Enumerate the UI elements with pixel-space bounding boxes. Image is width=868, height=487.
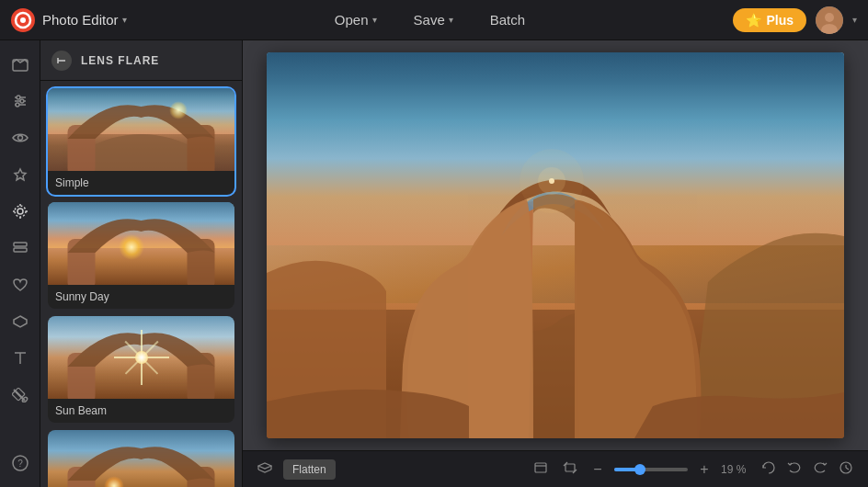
plus-button[interactable]: ⭐ Plus: [733, 8, 806, 32]
svg-marker-23: [14, 316, 27, 327]
bottom-bar: Flatten − +: [243, 450, 868, 487]
svg-point-12: [16, 103, 19, 107]
batch-button[interactable]: Batch: [483, 8, 532, 31]
filter-thumb-sunny-day: [48, 202, 234, 285]
svg-point-4: [825, 13, 834, 22]
panel-header: LENS FLARE: [40, 40, 242, 81]
filter-thumb-simple: [48, 88, 234, 171]
save-chevron-icon: ▾: [449, 15, 453, 25]
svg-point-15: [17, 209, 23, 214]
crop-icon[interactable]: [559, 458, 581, 481]
reset-icon[interactable]: [758, 458, 780, 481]
svg-point-10: [17, 96, 20, 99]
open-chevron-icon: ▾: [372, 15, 377, 25]
svg-text:?: ?: [17, 459, 23, 469]
zoom-percentage: 19 %: [721, 463, 750, 476]
svg-rect-49: [535, 463, 546, 472]
text-tool-icon[interactable]: [4, 342, 37, 375]
svg-rect-51: [565, 464, 575, 471]
help-icon[interactable]: ?: [4, 447, 37, 480]
canvas-area: Flatten − +: [243, 40, 868, 487]
shape-tool-icon[interactable]: [4, 305, 37, 338]
svg-point-13: [17, 136, 22, 141]
zoom-slider-thumb: [634, 464, 645, 475]
header: Photo Editor ▾ Open ▾ Save ▾ Batch ⭐ Plu…: [0, 0, 868, 40]
main-photo: [267, 52, 844, 438]
adjustments-tool-icon[interactable]: [4, 85, 37, 118]
bottom-right-icons: [758, 457, 857, 481]
svg-point-2: [20, 17, 26, 23]
filter-label-sunny-day: Sunny Day: [48, 285, 234, 309]
app-name-button[interactable]: Photo Editor ▾: [42, 12, 127, 28]
redo-icon[interactable]: [809, 458, 831, 481]
brush-tool-icon[interactable]: [4, 379, 37, 412]
favorites-tool-icon[interactable]: [4, 158, 37, 191]
eye-tool-icon[interactable]: [4, 121, 37, 154]
effects-tool-icon[interactable]: [4, 195, 37, 228]
save-button[interactable]: Save ▾: [406, 8, 461, 31]
filter-item-4[interactable]: [48, 430, 234, 487]
filter-label-simple: Simple: [48, 171, 234, 195]
undo-icon[interactable]: [783, 458, 805, 481]
filter-label-sun-beam: Sun Beam: [48, 399, 234, 423]
filter-thumb-sun-beam: [48, 316, 234, 399]
header-right: ⭐ Plus ▾: [733, 6, 857, 34]
user-chevron-icon[interactable]: ▾: [852, 15, 857, 25]
header-center: Open ▾ Save ▾ Batch: [127, 8, 734, 31]
filter-item-simple[interactable]: Simple: [48, 88, 234, 195]
filter-item-sunny-day[interactable]: Sunny Day: [48, 202, 234, 309]
panel-back-button[interactable]: [51, 51, 72, 71]
filter-thumb-4: [48, 430, 234, 487]
history-icon[interactable]: [835, 457, 857, 481]
zoom-controls: − + 19 %: [588, 461, 750, 478]
zoom-out-button[interactable]: −: [588, 461, 607, 478]
svg-line-54: [846, 468, 849, 470]
flatten-button[interactable]: Flatten: [283, 459, 336, 480]
icon-bar: ?: [0, 40, 40, 487]
svg-point-16: [15, 206, 26, 217]
svg-rect-21: [14, 243, 27, 246]
app-logo: [11, 8, 35, 32]
plus-star-icon: ⭐: [746, 13, 761, 28]
filter-list: Simple Sunny Day: [40, 81, 242, 487]
heart-tool-icon[interactable]: [4, 268, 37, 301]
svg-rect-22: [14, 248, 27, 252]
main-content: ? LENS FLARE: [0, 40, 868, 487]
svg-point-46: [520, 149, 584, 213]
filter-panel: LENS FLARE: [40, 40, 243, 487]
photo-tool-icon[interactable]: [4, 48, 37, 81]
layers-bottom-icon[interactable]: [254, 458, 276, 481]
expand-icon[interactable]: [530, 458, 552, 481]
svg-point-11: [20, 99, 24, 103]
panel-title: LENS FLARE: [81, 54, 159, 67]
user-avatar[interactable]: [816, 6, 843, 34]
zoom-slider[interactable]: [614, 468, 688, 471]
canvas-container[interactable]: [243, 40, 868, 450]
open-button[interactable]: Open ▾: [327, 8, 384, 31]
layers-tool-icon[interactable]: [4, 232, 37, 265]
zoom-in-button[interactable]: +: [695, 461, 714, 478]
app-title: Photo Editor: [42, 12, 119, 28]
filter-item-sun-beam[interactable]: Sun Beam: [48, 316, 234, 423]
svg-marker-14: [15, 169, 26, 180]
